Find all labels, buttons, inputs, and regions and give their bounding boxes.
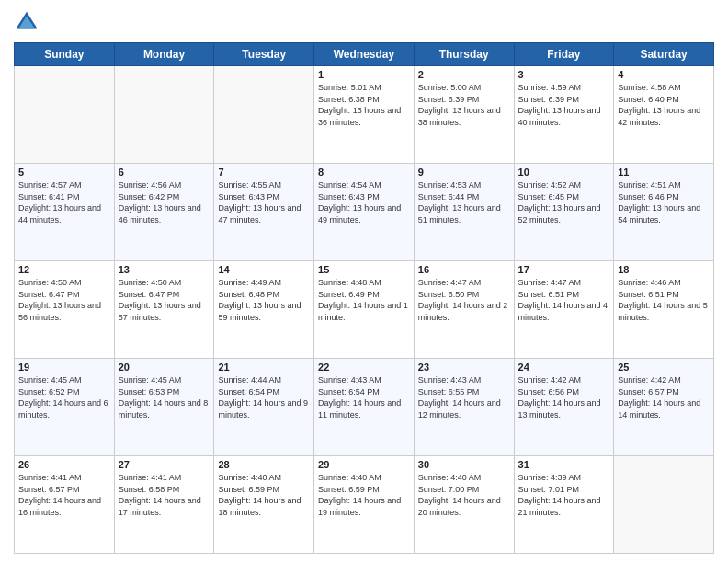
day-info: Sunrise: 4:56 AM Sunset: 6:42 PM Dayligh… bbox=[119, 179, 210, 225]
day-info: Sunrise: 4:45 AM Sunset: 6:52 PM Dayligh… bbox=[18, 374, 110, 420]
day-info: Sunrise: 4:43 AM Sunset: 6:55 PM Dayligh… bbox=[418, 374, 510, 420]
day-info: Sunrise: 4:53 AM Sunset: 6:44 PM Dayligh… bbox=[418, 179, 510, 225]
day-info: Sunrise: 4:46 AM Sunset: 6:51 PM Dayligh… bbox=[618, 277, 710, 323]
day-info: Sunrise: 4:50 AM Sunset: 6:47 PM Dayligh… bbox=[119, 277, 210, 323]
day-info: Sunrise: 4:58 AM Sunset: 6:40 PM Dayligh… bbox=[618, 82, 710, 128]
day-cell-14: 14Sunrise: 4:49 AM Sunset: 6:48 PM Dayli… bbox=[214, 261, 314, 359]
day-cell-10: 10Sunrise: 4:52 AM Sunset: 6:45 PM Dayli… bbox=[514, 164, 614, 261]
day-number: 28 bbox=[218, 459, 310, 470]
logo bbox=[14, 9, 43, 35]
day-number: 14 bbox=[218, 264, 310, 275]
day-number: 22 bbox=[318, 362, 410, 373]
day-info: Sunrise: 5:01 AM Sunset: 6:38 PM Dayligh… bbox=[318, 82, 410, 128]
day-number: 16 bbox=[418, 264, 510, 275]
day-number: 12 bbox=[18, 264, 110, 275]
day-info: Sunrise: 4:44 AM Sunset: 6:54 PM Dayligh… bbox=[218, 374, 310, 420]
day-cell-6: 6Sunrise: 4:56 AM Sunset: 6:42 PM Daylig… bbox=[114, 164, 214, 261]
header bbox=[14, 9, 714, 35]
page: SundayMondayTuesdayWednesdayThursdayFrid… bbox=[0, 0, 728, 563]
day-cell-26: 26Sunrise: 4:41 AM Sunset: 6:57 PM Dayli… bbox=[15, 456, 115, 554]
day-info: Sunrise: 4:40 AM Sunset: 6:59 PM Dayligh… bbox=[318, 472, 410, 518]
day-cell-1: 1Sunrise: 5:01 AM Sunset: 6:38 PM Daylig… bbox=[314, 66, 415, 164]
day-cell-17: 17Sunrise: 4:47 AM Sunset: 6:51 PM Dayli… bbox=[514, 261, 614, 359]
day-number: 5 bbox=[18, 167, 110, 178]
day-info: Sunrise: 4:42 AM Sunset: 6:57 PM Dayligh… bbox=[618, 374, 710, 420]
empty-cell bbox=[214, 66, 314, 164]
day-number: 27 bbox=[119, 459, 210, 470]
day-number: 30 bbox=[418, 459, 510, 470]
day-cell-15: 15Sunrise: 4:48 AM Sunset: 6:49 PM Dayli… bbox=[314, 261, 415, 359]
day-number: 1 bbox=[318, 69, 410, 80]
day-number: 6 bbox=[119, 167, 210, 178]
week-row-5: 26Sunrise: 4:41 AM Sunset: 6:57 PM Dayli… bbox=[15, 456, 714, 554]
day-info: Sunrise: 4:49 AM Sunset: 6:48 PM Dayligh… bbox=[218, 277, 310, 323]
day-info: Sunrise: 4:40 AM Sunset: 6:59 PM Dayligh… bbox=[218, 472, 310, 518]
day-cell-24: 24Sunrise: 4:42 AM Sunset: 6:56 PM Dayli… bbox=[514, 359, 614, 456]
day-number: 21 bbox=[218, 362, 310, 373]
day-cell-29: 29Sunrise: 4:40 AM Sunset: 6:59 PM Dayli… bbox=[314, 456, 415, 554]
day-cell-11: 11Sunrise: 4:51 AM Sunset: 6:46 PM Dayli… bbox=[614, 164, 714, 261]
day-info: Sunrise: 4:59 AM Sunset: 6:39 PM Dayligh… bbox=[518, 82, 610, 128]
day-header-saturday: Saturday bbox=[614, 43, 714, 66]
day-cell-9: 9Sunrise: 4:53 AM Sunset: 6:44 PM Daylig… bbox=[414, 164, 514, 261]
day-info: Sunrise: 4:41 AM Sunset: 6:57 PM Dayligh… bbox=[18, 472, 110, 518]
day-info: Sunrise: 4:42 AM Sunset: 6:56 PM Dayligh… bbox=[518, 374, 610, 420]
day-number: 18 bbox=[618, 264, 710, 275]
day-cell-16: 16Sunrise: 4:47 AM Sunset: 6:50 PM Dayli… bbox=[414, 261, 514, 359]
day-info: Sunrise: 4:45 AM Sunset: 6:53 PM Dayligh… bbox=[119, 374, 210, 420]
day-cell-5: 5Sunrise: 4:57 AM Sunset: 6:41 PM Daylig… bbox=[15, 164, 115, 261]
day-number: 17 bbox=[518, 264, 610, 275]
week-row-1: 1Sunrise: 5:01 AM Sunset: 6:38 PM Daylig… bbox=[15, 66, 714, 164]
day-header-monday: Monday bbox=[114, 43, 214, 66]
day-info: Sunrise: 4:57 AM Sunset: 6:41 PM Dayligh… bbox=[18, 179, 110, 225]
day-info: Sunrise: 4:40 AM Sunset: 7:00 PM Dayligh… bbox=[418, 472, 510, 518]
day-header-friday: Friday bbox=[514, 43, 614, 66]
day-info: Sunrise: 4:52 AM Sunset: 6:45 PM Dayligh… bbox=[518, 179, 610, 225]
day-info: Sunrise: 5:00 AM Sunset: 6:39 PM Dayligh… bbox=[418, 82, 510, 128]
week-row-2: 5Sunrise: 4:57 AM Sunset: 6:41 PM Daylig… bbox=[15, 164, 714, 261]
day-number: 20 bbox=[119, 362, 210, 373]
day-cell-7: 7Sunrise: 4:55 AM Sunset: 6:43 PM Daylig… bbox=[214, 164, 314, 261]
day-number: 29 bbox=[318, 459, 410, 470]
day-header-tuesday: Tuesday bbox=[214, 43, 314, 66]
day-cell-25: 25Sunrise: 4:42 AM Sunset: 6:57 PM Dayli… bbox=[614, 359, 714, 456]
day-number: 19 bbox=[18, 362, 110, 373]
day-info: Sunrise: 4:43 AM Sunset: 6:54 PM Dayligh… bbox=[318, 374, 410, 420]
day-info: Sunrise: 4:47 AM Sunset: 6:50 PM Dayligh… bbox=[418, 277, 510, 323]
day-cell-4: 4Sunrise: 4:58 AM Sunset: 6:40 PM Daylig… bbox=[614, 66, 714, 164]
day-number: 4 bbox=[618, 69, 710, 80]
day-header-thursday: Thursday bbox=[414, 43, 514, 66]
week-row-4: 19Sunrise: 4:45 AM Sunset: 6:52 PM Dayli… bbox=[15, 359, 714, 456]
day-number: 24 bbox=[518, 362, 610, 373]
day-cell-22: 22Sunrise: 4:43 AM Sunset: 6:54 PM Dayli… bbox=[314, 359, 415, 456]
day-info: Sunrise: 4:48 AM Sunset: 6:49 PM Dayligh… bbox=[318, 277, 410, 323]
day-number: 9 bbox=[418, 167, 510, 178]
day-cell-30: 30Sunrise: 4:40 AM Sunset: 7:00 PM Dayli… bbox=[414, 456, 514, 554]
day-number: 26 bbox=[18, 459, 110, 470]
day-number: 13 bbox=[119, 264, 210, 275]
day-cell-3: 3Sunrise: 4:59 AM Sunset: 6:39 PM Daylig… bbox=[514, 66, 614, 164]
day-number: 10 bbox=[518, 167, 610, 178]
day-cell-31: 31Sunrise: 4:39 AM Sunset: 7:01 PM Dayli… bbox=[514, 456, 614, 554]
empty-cell bbox=[614, 456, 714, 554]
day-cell-18: 18Sunrise: 4:46 AM Sunset: 6:51 PM Dayli… bbox=[614, 261, 714, 359]
empty-cell bbox=[15, 66, 115, 164]
day-number: 15 bbox=[318, 264, 410, 275]
day-number: 23 bbox=[418, 362, 510, 373]
day-header-sunday: Sunday bbox=[15, 43, 115, 66]
empty-cell bbox=[114, 66, 214, 164]
day-info: Sunrise: 4:47 AM Sunset: 6:51 PM Dayligh… bbox=[518, 277, 610, 323]
logo-icon bbox=[14, 9, 40, 35]
days-header-row: SundayMondayTuesdayWednesdayThursdayFrid… bbox=[15, 43, 714, 66]
day-cell-8: 8Sunrise: 4:54 AM Sunset: 6:43 PM Daylig… bbox=[314, 164, 415, 261]
day-info: Sunrise: 4:50 AM Sunset: 6:47 PM Dayligh… bbox=[18, 277, 110, 323]
day-header-wednesday: Wednesday bbox=[314, 43, 415, 66]
day-cell-23: 23Sunrise: 4:43 AM Sunset: 6:55 PM Dayli… bbox=[414, 359, 514, 456]
day-info: Sunrise: 4:54 AM Sunset: 6:43 PM Dayligh… bbox=[318, 179, 410, 225]
day-cell-21: 21Sunrise: 4:44 AM Sunset: 6:54 PM Dayli… bbox=[214, 359, 314, 456]
week-row-3: 12Sunrise: 4:50 AM Sunset: 6:47 PM Dayli… bbox=[15, 261, 714, 359]
day-info: Sunrise: 4:55 AM Sunset: 6:43 PM Dayligh… bbox=[218, 179, 310, 225]
day-cell-27: 27Sunrise: 4:41 AM Sunset: 6:58 PM Dayli… bbox=[114, 456, 214, 554]
day-cell-19: 19Sunrise: 4:45 AM Sunset: 6:52 PM Dayli… bbox=[15, 359, 115, 456]
day-number: 3 bbox=[518, 69, 610, 80]
